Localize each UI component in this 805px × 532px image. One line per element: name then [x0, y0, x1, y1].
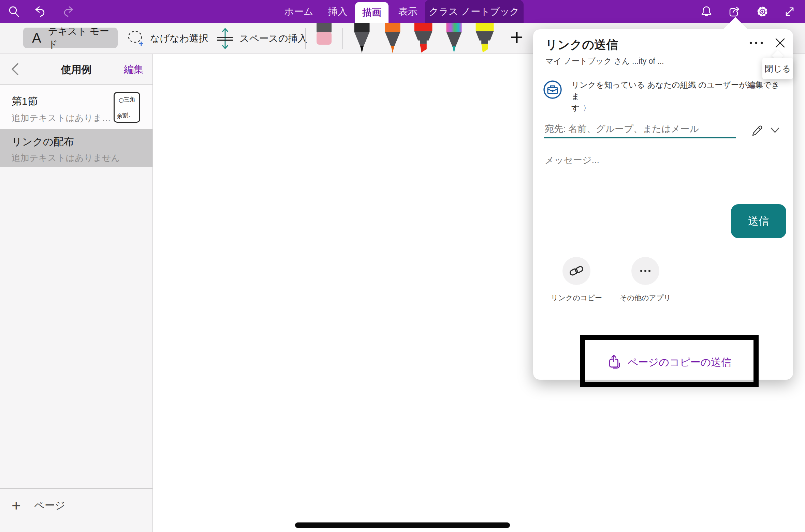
red-highlighter-icon[interactable] [412, 23, 435, 54]
send-copy-share-icon [608, 354, 622, 370]
page-item-2-selected[interactable]: リンクの配布 追加テキストはありません [0, 129, 152, 167]
app-titlebar: ホーム 挿入 描画 表示 クラス ノートブック [0, 0, 805, 23]
lasso-select-label[interactable]: なげなわ選択 [150, 23, 208, 54]
sidebar-header: 使用例 編集 [0, 54, 152, 85]
black-pen-icon[interactable] [350, 23, 374, 54]
add-pen-button[interactable]: + [505, 23, 529, 54]
more-apps-label: その他のアプリ [613, 293, 678, 303]
tab-draw[interactable]: 描画 [355, 2, 389, 23]
copy-link-button[interactable] [562, 257, 590, 285]
text-mode-button[interactable]: A テキスト モード [23, 28, 118, 48]
eraser-tool-icon[interactable] [314, 23, 334, 46]
text-mode-a-icon: A [32, 30, 41, 46]
more-apps-button[interactable] [631, 257, 659, 285]
toolbar-divider [305, 28, 306, 49]
ellipsis-icon [638, 263, 653, 278]
send-link-dialog: リンクの送信 マイ ノートブック さん ...ity of ... リンクを知っ… [533, 29, 793, 380]
tab-insert[interactable]: 挿入 [324, 0, 351, 23]
insert-space-icon[interactable] [215, 27, 235, 50]
share-popover-caret [723, 17, 748, 29]
lasso-select-icon[interactable] [127, 29, 145, 48]
toolbar-divider [342, 28, 343, 49]
edit-pages-button[interactable]: 編集 [124, 54, 144, 85]
expand-fullscreen-icon[interactable] [783, 5, 796, 18]
redo-icon[interactable] [62, 5, 75, 18]
tab-view[interactable]: 表示 [395, 0, 421, 23]
send-page-copy-button[interactable]: ページのコピーの送信 [574, 352, 765, 373]
sidebar-footer-divider [0, 488, 152, 489]
close-tooltip: 閉じる [762, 58, 793, 79]
tab-home[interactable]: ホーム [282, 0, 316, 23]
plus-icon: + [12, 492, 21, 519]
close-icon[interactable] [772, 35, 788, 51]
add-page-button[interactable]: + ページ [0, 492, 152, 519]
send-page-copy-label: ページのコピーの送信 [628, 355, 731, 369]
copy-link-label: リンクのコピー [544, 293, 609, 303]
thumbnail-ink-line: 余割. [116, 111, 131, 120]
message-input[interactable] [544, 151, 756, 169]
search-icon[interactable] [8, 5, 20, 18]
rainbow-galaxy-pen-icon[interactable] [442, 23, 466, 54]
chevron-down-icon[interactable] [770, 127, 780, 134]
home-indicator-bar[interactable] [295, 522, 510, 528]
notebook-share-subtitle: マイ ノートブック さん ...ity of ... [545, 56, 664, 66]
page-thumbnail: ○三角 余割. [114, 92, 140, 123]
settings-gear-icon[interactable] [756, 5, 769, 18]
orange-pen-icon[interactable] [381, 23, 404, 54]
insert-space-label[interactable]: スペースの挿入 [239, 23, 307, 54]
page-subtitle: 追加テキストはありま… [12, 112, 111, 124]
permission-description: リンクを知っている あなたの組織 のユーザーが編集できま す〉 [571, 79, 783, 114]
tab-class-notebook[interactable]: クラス ノートブック [425, 0, 524, 23]
send-button[interactable]: 送信 [731, 204, 786, 238]
page-item-1[interactable]: 第1節 追加テキストはありま… ○三角 余割. [0, 85, 152, 129]
page-title: 第1節 [12, 94, 38, 108]
chevron-right-icon: 〉 [583, 104, 590, 112]
edit-pencil-icon[interactable] [751, 123, 763, 136]
page-title: リンクの配布 [12, 135, 74, 149]
undo-icon[interactable] [33, 5, 46, 18]
recipient-input[interactable] [544, 121, 736, 138]
text-mode-label: テキスト モード [48, 25, 118, 51]
thumbnail-ink-line: ○三角 [118, 95, 135, 104]
add-page-label: ページ [34, 492, 65, 519]
link-icon [569, 263, 584, 278]
yellow-highlighter-icon[interactable] [473, 23, 496, 54]
notifications-bell-icon[interactable] [700, 5, 713, 18]
organization-briefcase-icon [543, 80, 562, 100]
dialog-title: リンクの送信 [545, 37, 618, 53]
page-subtitle: 追加テキストはありません [12, 152, 120, 164]
share-icon[interactable] [728, 5, 741, 18]
page-list-sidebar: 使用例 編集 第1節 追加テキストはありま… ○三角 余割. リンクの配布 追加… [0, 54, 153, 532]
onenote-app: ホーム 挿入 描画 表示 クラス ノートブック A テキスト モ [0, 0, 805, 532]
more-options-icon[interactable] [747, 35, 765, 51]
